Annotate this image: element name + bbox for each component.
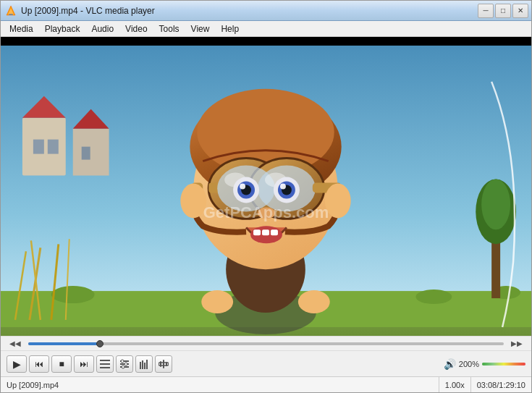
close-button[interactable]: ✕	[512, 4, 528, 18]
status-speed: 1.00x	[439, 377, 470, 392]
svg-point-64	[124, 363, 127, 365]
svg-rect-50	[253, 229, 261, 235]
svg-rect-5	[22, 118, 66, 176]
svg-point-24	[481, 179, 510, 230]
stop-button[interactable]: ■	[51, 355, 72, 373]
playlist-icon	[100, 360, 110, 368]
svg-rect-66	[140, 362, 141, 369]
video-frame	[1, 37, 531, 336]
svg-point-54	[325, 184, 351, 219]
titlebar-buttons: ─ □ ✕	[478, 4, 528, 18]
svg-rect-2	[9, 14, 13, 15]
svg-point-45	[280, 184, 286, 190]
volume-slider[interactable]	[482, 360, 525, 368]
app-icon	[5, 5, 17, 17]
status-time: 03:08/1:29:10	[470, 377, 531, 392]
svg-rect-73	[166, 362, 167, 366]
effects-button[interactable]	[155, 355, 172, 373]
play-button[interactable]: ▶	[7, 355, 27, 373]
seekbar-track[interactable]	[28, 342, 504, 345]
seekbar-fill	[28, 342, 100, 345]
equalizer-button[interactable]	[135, 355, 153, 373]
svg-point-55	[201, 290, 233, 313]
svg-rect-58	[100, 363, 110, 365]
menubar: Media Playback Audio Video Tools View He…	[1, 21, 531, 37]
seekbar-area: ◀◀ ▶▶	[1, 336, 531, 350]
svg-rect-72	[163, 360, 164, 368]
effects-icon	[159, 359, 169, 369]
svg-rect-11	[82, 147, 90, 160]
equalizer-icon	[139, 359, 149, 369]
statusbar: Up [2009].mp4 1.00x 03:08/1:29:10	[1, 376, 531, 392]
svg-rect-52	[271, 229, 278, 235]
svg-rect-7	[33, 140, 44, 154]
window-title: Up [2009].mp4 - VLC media player	[21, 6, 155, 16]
svg-point-53	[180, 184, 206, 219]
svg-rect-8	[48, 140, 59, 154]
svg-rect-59	[100, 367, 110, 368]
volume-area: 🔊 200%	[444, 358, 525, 370]
svg-rect-51	[262, 229, 269, 235]
titlebar-left: Up [2009].mp4 - VLC media player	[5, 5, 155, 17]
svg-point-65	[122, 365, 124, 368]
minimize-button[interactable]: ─	[478, 4, 494, 18]
menu-media[interactable]: Media	[4, 22, 39, 35]
svg-point-44	[240, 184, 245, 190]
main-window: Up [2009].mp4 - VLC media player ─ □ ✕ M…	[0, 0, 532, 393]
seek-back-button[interactable]: ◀◀	[7, 339, 24, 347]
svg-rect-57	[100, 360, 110, 361]
menu-help[interactable]: Help	[215, 22, 245, 35]
volume-label: 200%	[459, 360, 479, 368]
seekbar-thumb[interactable]	[96, 340, 104, 347]
menu-video[interactable]: Video	[119, 22, 153, 35]
extended-settings-button[interactable]	[116, 355, 133, 373]
toggle-playlist-button[interactable]	[96, 355, 114, 373]
menu-audio[interactable]: Audio	[85, 22, 119, 35]
volume-fill	[482, 363, 525, 365]
next-button[interactable]: ⏭	[74, 355, 94, 373]
menu-playback[interactable]: Playback	[39, 22, 86, 35]
svg-rect-71	[160, 361, 161, 367]
svg-rect-69	[146, 360, 148, 369]
svg-rect-9	[73, 129, 109, 176]
maximize-button[interactable]: □	[495, 4, 511, 18]
menu-view[interactable]: View	[185, 22, 216, 35]
titlebar: Up [2009].mp4 - VLC media player ─ □ ✕	[1, 1, 531, 21]
controls-bar: ▶ ⏮ ■ ⏭	[1, 350, 531, 376]
svg-rect-68	[144, 363, 145, 369]
volume-icon[interactable]: 🔊	[444, 358, 456, 370]
volume-track	[482, 363, 525, 365]
svg-point-56	[298, 290, 330, 313]
video-area[interactable]: GetPCApps.com	[1, 37, 531, 336]
extended-icon	[119, 359, 130, 369]
svg-rect-67	[142, 360, 143, 369]
menu-tools[interactable]: Tools	[153, 22, 185, 35]
svg-point-14	[51, 286, 95, 303]
status-filename: Up [2009].mp4	[1, 381, 439, 389]
svg-point-48	[258, 207, 275, 219]
prev-button[interactable]: ⏮	[29, 355, 49, 373]
svg-point-63	[121, 360, 124, 363]
svg-point-15	[415, 290, 452, 304]
seek-forward-button[interactable]: ▶▶	[508, 339, 525, 347]
